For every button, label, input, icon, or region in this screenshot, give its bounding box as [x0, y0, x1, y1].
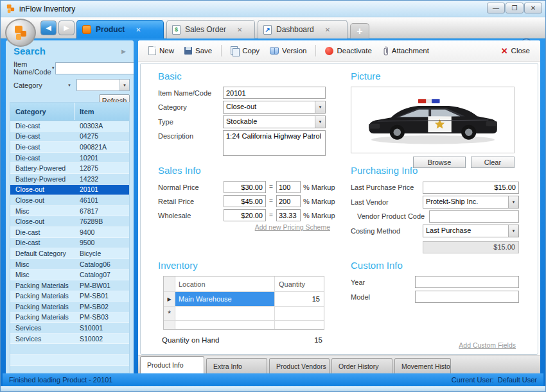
table-row[interactable]: Close-out 46101	[10, 195, 129, 206]
item-name-input[interactable]	[223, 87, 326, 99]
add-pricing-scheme-link[interactable]: Add new Pricing Scheme	[158, 223, 348, 231]
chevron-down-icon[interactable]: ▼	[508, 196, 518, 208]
table-row[interactable]: Die-cast 04275	[10, 132, 129, 142]
retail-price-input[interactable]	[224, 195, 266, 207]
table-row[interactable]: Die-cast 00303A	[10, 121, 129, 132]
table-row[interactable]: Battery-Powered 14232	[10, 174, 129, 185]
chevron-down-icon[interactable]: ▼	[315, 116, 325, 128]
tab-product[interactable]: Product ✕	[76, 20, 164, 38]
forward-button[interactable]: ▶	[58, 21, 75, 35]
tab-sales-order[interactable]: $ Sales Order ✕	[166, 20, 255, 38]
category-combo[interactable]: Close-out ▼	[223, 101, 326, 114]
filter-field-dropdown-icon[interactable]: ▼	[67, 83, 76, 87]
close-window-button[interactable]: ✕	[524, 3, 542, 13]
table-row[interactable]: Misc Catalog06	[10, 259, 129, 270]
tab-order-history[interactable]: Order History	[331, 358, 392, 373]
table-row[interactable]: Misc Catalog07	[10, 269, 129, 280]
cell-category: Misc	[10, 271, 75, 278]
table-row[interactable]: Services S10001	[10, 323, 129, 334]
version-button[interactable]: Version	[266, 45, 310, 56]
wholesale-price-input[interactable]	[224, 209, 266, 221]
new-tab-button[interactable]: +	[350, 23, 369, 38]
attachment-button[interactable]: Attachment	[378, 44, 433, 58]
tab-sales-order-close-icon[interactable]: ✕	[237, 26, 242, 33]
sales-info-section: Sales Info Normal Price = % Markup Retai…	[158, 165, 348, 231]
table-row[interactable]: Die-cast 9400	[10, 227, 129, 238]
table-row[interactable]: Misc 67817	[10, 206, 129, 217]
costing-method-combo[interactable]: Last Purchase ▼	[423, 225, 519, 237]
table-row	[10, 344, 129, 355]
description-textarea[interactable]: 1:24 California Highway Patrol	[223, 130, 326, 156]
normal-price-input[interactable]	[224, 181, 266, 193]
attachment-button-label: Attachment	[392, 47, 429, 55]
wholesale-markup-input[interactable]	[276, 209, 301, 221]
tab-dashboard-close-icon[interactable]: ✕	[325, 26, 330, 33]
column-header-item[interactable]: Item	[75, 108, 129, 115]
deactivate-icon	[325, 47, 333, 55]
table-row[interactable]: Die-cast 090821A	[10, 142, 129, 153]
last-vendor-combo[interactable]: Protekt-Ship Inc. ▼	[423, 196, 519, 209]
category-value: Close-out	[224, 101, 315, 113]
vendor-product-code-input[interactable]	[429, 210, 519, 223]
tab-extra-info[interactable]: Extra Info	[206, 358, 267, 373]
tab-product-info[interactable]: Product Info	[140, 356, 204, 373]
table-row[interactable]: Packing Materials PM-BW01	[10, 280, 129, 291]
tab-product-vendors[interactable]: Product Vendors	[269, 358, 330, 373]
tab-sales-order-label: Sales Order	[185, 25, 226, 34]
tab-movement-history[interactable]: Movement History	[394, 358, 451, 373]
table-row[interactable]: Default Category Bicycle	[10, 248, 129, 259]
quantity-column-header[interactable]: Quantity	[275, 277, 324, 291]
normal-markup-input[interactable]	[276, 181, 301, 193]
description-label: Description	[158, 130, 223, 140]
retail-markup-input[interactable]	[276, 195, 301, 207]
deactivate-button[interactable]: Deactivate	[321, 45, 375, 57]
year-input[interactable]	[415, 276, 519, 288]
tab-dashboard[interactable]: ↗ Dashboard ✕	[258, 20, 348, 38]
location-cell[interactable]: Main Warehouse	[175, 292, 275, 306]
add-custom-fields-link[interactable]: Add Custom Fields	[459, 341, 516, 349]
back-button[interactable]: ◀	[40, 21, 57, 35]
police-car-image	[357, 89, 509, 151]
quantity-cell[interactable]: 15	[275, 292, 324, 306]
new-button[interactable]: New	[145, 44, 178, 57]
table-row[interactable]: Close-out 76289B	[10, 216, 129, 227]
sidebar-collapse-icon[interactable]: ►	[120, 47, 127, 55]
table-row[interactable]: Battery-Powered 12875	[10, 163, 129, 174]
search-header: Search ►	[10, 44, 130, 60]
table-row[interactable]: Close-out 20101	[10, 185, 129, 196]
inventory-new-row[interactable]: *	[164, 307, 324, 321]
table-row[interactable]: Packing Materials PM-SB01	[10, 291, 129, 302]
close-record-button[interactable]: ✕ Close	[497, 45, 534, 57]
model-input[interactable]	[415, 291, 519, 303]
cell-item: S10002	[75, 335, 129, 343]
basic-section-title: Basic	[158, 71, 346, 81]
location-column-header[interactable]: Location	[175, 277, 275, 291]
category-filter-value	[77, 80, 119, 90]
chevron-down-icon[interactable]: ▼	[315, 101, 325, 113]
maximize-button[interactable]: ❐	[506, 3, 524, 13]
copy-button[interactable]: Copy	[227, 44, 263, 57]
chevron-down-icon[interactable]: ▼	[119, 80, 129, 90]
item-name-filter-input[interactable]	[55, 62, 134, 74]
column-header-category[interactable]: Category	[10, 103, 75, 120]
table-row[interactable]: Die-cast 10201	[10, 153, 129, 164]
table-row[interactable]: Services S10002	[10, 334, 129, 345]
minimize-button[interactable]: —	[487, 3, 505, 13]
table-row[interactable]: Die-cast 9500	[10, 238, 129, 249]
save-button[interactable]: Save	[181, 45, 216, 56]
type-combo[interactable]: Stockable ▼	[223, 115, 326, 128]
tab-product-close-icon[interactable]: ✕	[136, 26, 141, 33]
cell-item: S10001	[75, 324, 129, 332]
table-row[interactable]: Packing Materials PM-SB02	[10, 302, 129, 312]
deactivate-button-label: Deactivate	[337, 47, 371, 55]
table-row[interactable]: Packing Materials PM-SB03	[10, 312, 129, 323]
copy-button-label: Copy	[242, 47, 260, 55]
inventory-row-main-warehouse[interactable]: ▶ Main Warehouse 15	[164, 292, 324, 307]
category-filter-combo[interactable]: ▼	[76, 79, 130, 91]
location-cell-empty[interactable]	[175, 307, 275, 320]
quantity-cell-empty[interactable]	[275, 307, 324, 320]
last-purchase-price-input[interactable]	[423, 182, 519, 194]
equals-sign: =	[266, 198, 276, 205]
app-menu-button[interactable]	[5, 19, 36, 47]
chevron-down-icon[interactable]: ▼	[508, 225, 518, 237]
